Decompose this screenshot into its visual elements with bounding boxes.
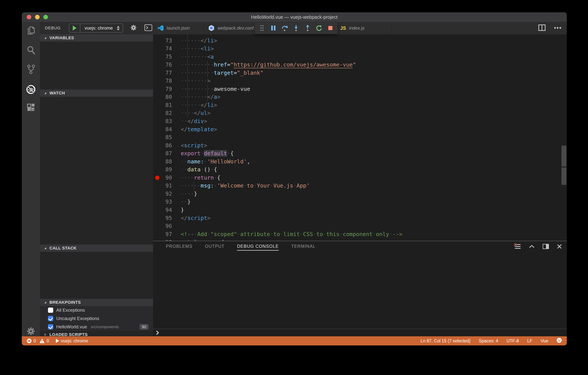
code-line[interactable]: 93··} bbox=[153, 198, 567, 206]
close-panel-icon[interactable] bbox=[557, 244, 562, 250]
breakpoint-gutter-active[interactable] bbox=[153, 174, 162, 182]
section-header-call-stack[interactable]: CALL STACK bbox=[40, 244, 153, 252]
breakpoint-gutter[interactable] bbox=[153, 230, 162, 238]
breakpoint-checkbox[interactable] bbox=[48, 316, 53, 321]
breakpoint-checkbox[interactable] bbox=[48, 324, 53, 330]
code-line[interactable]: 95</script> bbox=[153, 214, 567, 222]
section-header-watch[interactable]: WATCH bbox=[40, 89, 153, 97]
debug-repl-input[interactable] bbox=[153, 329, 567, 336]
debug-target-status[interactable]: vuejs: chrome bbox=[56, 338, 88, 343]
line-number[interactable]: 73 bbox=[162, 37, 172, 45]
line-number[interactable]: 77 bbox=[162, 69, 172, 77]
more-actions-icon[interactable] bbox=[554, 26, 561, 30]
breakpoint-gutter[interactable] bbox=[153, 61, 162, 69]
line-number[interactable]: 94 bbox=[162, 206, 172, 214]
indentation-status[interactable]: Spaces: 4 bbox=[479, 338, 498, 343]
breakpoint-gutter[interactable] bbox=[153, 190, 162, 198]
breakpoint-checkbox[interactable] bbox=[48, 308, 53, 313]
line-number[interactable]: 98 bbox=[162, 238, 172, 241]
section-header-variables[interactable]: VARIABLES bbox=[40, 34, 153, 42]
breakpoint-gutter[interactable] bbox=[153, 44, 162, 53]
line-number[interactable]: 83 bbox=[162, 117, 172, 125]
panel-tab-debug-console[interactable]: DEBUG CONSOLE bbox=[237, 244, 279, 251]
debug-icon[interactable] bbox=[26, 85, 36, 94]
editor-scrollbar[interactable] bbox=[561, 167, 567, 185]
breakpoint-gutter[interactable] bbox=[153, 53, 162, 61]
panel-tab-problems[interactable]: PROBLEMS bbox=[166, 244, 192, 251]
line-number[interactable]: 88 bbox=[162, 157, 172, 166]
start-debug-button[interactable] bbox=[69, 24, 80, 32]
debug-console-output[interactable] bbox=[153, 254, 567, 328]
restart-icon[interactable] bbox=[315, 24, 323, 32]
clear-console-icon[interactable] bbox=[514, 243, 521, 250]
code-line[interactable]: 78········> bbox=[153, 77, 567, 85]
breakpoint-gutter[interactable] bbox=[153, 77, 162, 85]
code-line[interactable]: 79··········awesome-vue bbox=[153, 85, 567, 93]
variables-content[interactable] bbox=[40, 42, 153, 89]
line-number[interactable]: 90 bbox=[162, 174, 172, 182]
line-number[interactable]: 89 bbox=[162, 165, 172, 174]
watch-content[interactable] bbox=[40, 97, 153, 244]
code-line[interactable]: 92····} bbox=[153, 190, 567, 198]
cursor-position[interactable]: Ln 87, Col 15 (7 selected) bbox=[420, 338, 470, 343]
line-number[interactable]: 84 bbox=[162, 125, 172, 133]
code-line[interactable]: 88··name:·'HelloWorld', bbox=[153, 157, 567, 166]
debug-config-dropdown[interactable]: vuejs: chrome bbox=[80, 24, 123, 32]
toolbar-drag-grip[interactable] bbox=[258, 24, 266, 32]
explorer-icon[interactable] bbox=[26, 25, 36, 35]
line-number[interactable]: 75 bbox=[162, 53, 172, 61]
debug-console-toggle-icon[interactable] bbox=[144, 24, 152, 32]
pause-icon[interactable] bbox=[270, 24, 277, 32]
breakpoint-row[interactable]: Uncaught Exceptions bbox=[40, 314, 153, 323]
tab-index.js[interactable]: JSindex.js bbox=[336, 22, 392, 34]
line-number[interactable]: 81 bbox=[162, 101, 172, 109]
breakpoint-gutter[interactable] bbox=[153, 198, 162, 206]
code-line[interactable]: 90····return·{ bbox=[153, 174, 567, 182]
step-out-icon[interactable] bbox=[304, 24, 311, 32]
code-line[interactable]: 72········</a> bbox=[153, 34, 567, 37]
breakpoint-gutter[interactable] bbox=[153, 149, 162, 157]
breakpoint-gutter[interactable] bbox=[153, 93, 162, 101]
code-line[interactable]: 80········</a> bbox=[153, 93, 567, 101]
breakpoint-gutter[interactable] bbox=[153, 117, 162, 125]
stop-icon[interactable] bbox=[326, 24, 334, 32]
encoding-status[interactable]: UTF-8 bbox=[506, 338, 519, 343]
editor-scrollbar[interactable] bbox=[561, 146, 567, 166]
split-editor-icon[interactable] bbox=[538, 24, 546, 32]
code-line[interactable]: 96 bbox=[153, 222, 567, 230]
breakpoint-gutter[interactable] bbox=[153, 125, 162, 133]
source-control-icon[interactable] bbox=[26, 64, 36, 74]
panel-tab-terminal[interactable]: TERMINAL bbox=[291, 244, 315, 251]
extensions-icon[interactable] bbox=[26, 103, 36, 113]
breakpoint-gutter[interactable] bbox=[153, 238, 162, 241]
code-line[interactable]: 98<style·scoped> bbox=[153, 238, 567, 241]
line-number[interactable]: 87 bbox=[162, 149, 172, 157]
line-number[interactable]: 76 bbox=[162, 61, 172, 69]
code-line[interactable]: 86<script> bbox=[153, 142, 567, 150]
breakpoint-row[interactable]: HelloWorld.vuesrc/components90 bbox=[40, 323, 153, 331]
tab-launch.json[interactable]: launch.json bbox=[153, 22, 204, 34]
code-line[interactable]: 73······</li> bbox=[153, 37, 567, 45]
code-line[interactable]: 91······msg:·'Welcome·to·Your·Vue.js·App… bbox=[153, 182, 567, 190]
code-line[interactable]: 97<!--·Add·"scoped"·attribute·to·limit·C… bbox=[153, 230, 567, 238]
eol-status[interactable]: LF bbox=[527, 338, 532, 343]
code-line[interactable]: 83··</div> bbox=[153, 117, 567, 125]
breakpoint-gutter[interactable] bbox=[153, 222, 162, 230]
line-number[interactable]: 97 bbox=[162, 230, 172, 238]
language-mode-status[interactable]: Vue bbox=[541, 338, 548, 343]
breakpoint-gutter[interactable] bbox=[153, 182, 162, 190]
line-number[interactable]: 93 bbox=[162, 198, 172, 206]
code-line[interactable]: 85 bbox=[153, 133, 567, 142]
code-editor[interactable]: 72········</a>73······</li>74······<li>7… bbox=[153, 34, 567, 241]
breakpoint-gutter[interactable] bbox=[153, 109, 162, 117]
line-number[interactable]: 72 bbox=[162, 34, 172, 37]
line-number[interactable]: 79 bbox=[162, 85, 172, 93]
line-number[interactable]: 78 bbox=[162, 77, 172, 85]
line-number[interactable]: 74 bbox=[162, 44, 172, 53]
call-stack-content[interactable] bbox=[40, 252, 153, 299]
line-number[interactable]: 86 bbox=[162, 142, 172, 150]
line-number[interactable]: 96 bbox=[162, 222, 172, 230]
breakpoint-gutter[interactable] bbox=[153, 157, 162, 166]
code-line[interactable]: 84</template> bbox=[153, 125, 567, 133]
maximize-panel-icon[interactable] bbox=[529, 245, 535, 249]
